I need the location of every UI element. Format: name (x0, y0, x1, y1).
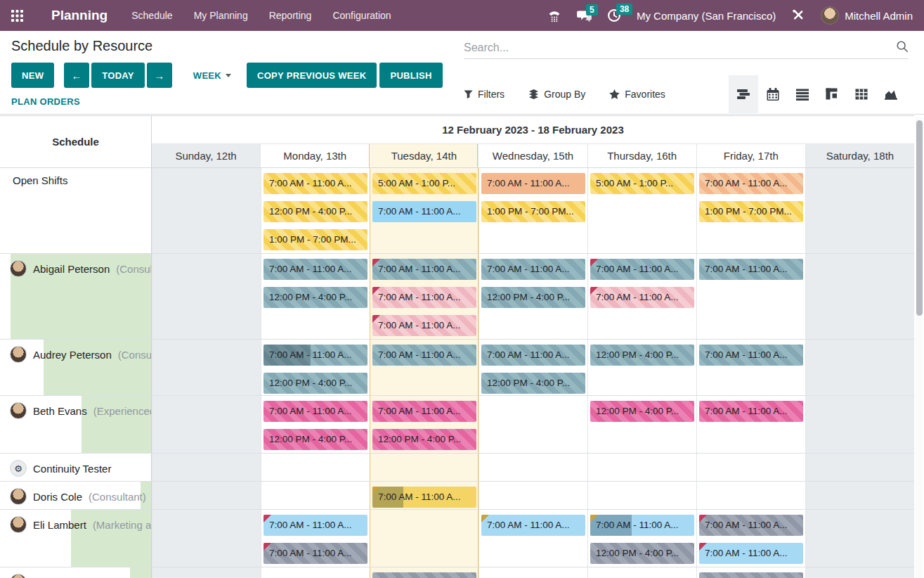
gantt-cell[interactable] (261, 482, 370, 509)
gantt-cell[interactable] (152, 567, 261, 578)
shift-block[interactable]: 7:00 AM - 11:00 A... (372, 259, 476, 280)
favorites-button[interactable]: Favorites (609, 89, 665, 100)
gantt-cell[interactable] (370, 510, 479, 567)
activities-clock-icon[interactable]: 38 (607, 8, 621, 23)
shift-block[interactable]: 7:00 AM - 11:00 A... (590, 287, 694, 308)
gantt-cell[interactable]: 7:00 AM - 11:00 A... (479, 510, 587, 567)
shift-block[interactable]: 1:00 PM - 7:00 PM... (263, 229, 367, 250)
gantt-cell[interactable] (805, 168, 914, 253)
gantt-view-icon[interactable] (729, 75, 758, 113)
gantt-cell[interactable]: 5:00 AM - 1:00 P... (587, 168, 696, 253)
gantt-cell[interactable] (587, 567, 696, 578)
gantt-cell[interactable]: 7:00 AM - 11:00 A... (370, 340, 479, 395)
copy-previous-week-button[interactable]: COPY PREVIOUS WEEK (247, 63, 377, 88)
resource-row-header[interactable]: Ernest Reed(Consultant) (0, 567, 152, 578)
nav-menu-my-planning[interactable]: My Planning (193, 7, 249, 24)
gantt-cell[interactable]: 7:00 AM - 11:00 A...12:00 PM - 4:00 P... (370, 396, 479, 453)
tools-icon[interactable] (791, 8, 805, 23)
gantt-cell[interactable] (587, 482, 696, 509)
gantt-cell[interactable] (805, 482, 914, 509)
nav-menu-schedule[interactable]: Schedule (130, 7, 174, 24)
shift-block[interactable]: 7:00 AM - 11:00 A... (372, 487, 476, 508)
pivot-view-icon[interactable] (847, 75, 876, 113)
resource-row-header[interactable]: ⚙Continuity Tester (0, 454, 152, 481)
gantt-cell[interactable]: 7:00 AM - 11:00 A...1:00 PM - 7:00 PM... (479, 168, 587, 253)
gantt-cell[interactable] (805, 396, 914, 453)
today-button[interactable]: TODAY (91, 63, 145, 88)
shift-block[interactable]: 12:00 PM - 4:00 P... (372, 572, 476, 578)
phone-icon[interactable] (547, 8, 561, 23)
gantt-cell[interactable] (587, 454, 696, 481)
publish-button[interactable]: PUBLISH (379, 63, 442, 88)
shift-block[interactable]: 7:00 AM - 11:00 A... (263, 345, 367, 366)
shift-block[interactable]: 12:00 PM - 4:00 P... (590, 345, 694, 366)
gantt-cell[interactable] (261, 454, 370, 481)
shift-block[interactable]: 12:00 PM - 4:00 P... (481, 287, 585, 308)
shift-block[interactable]: 12:00 PM - 4:00 P... (590, 401, 694, 422)
new-button[interactable]: NEW (11, 63, 54, 88)
gantt-cell[interactable]: 12:00 PM - 4:00 P... (587, 396, 696, 453)
gantt-cell[interactable]: 5:00 AM - 1:00 P...7:00 AM - 11:00 A... (370, 168, 479, 253)
shift-block[interactable]: 7:00 AM - 11:00 A... (699, 259, 803, 280)
gantt-cell[interactable]: 7:00 AM - 11:00 A... (696, 340, 805, 395)
shift-block[interactable]: 7:00 AM - 11:00 A... (699, 515, 803, 536)
gantt-cell[interactable] (152, 168, 261, 253)
gantt-cell[interactable] (805, 254, 914, 339)
gantt-cell[interactable] (479, 454, 587, 481)
resource-row-header[interactable]: Open Shifts (0, 168, 152, 253)
gantt-cell[interactable]: 7:00 AM - 11:00 A...1:00 PM - 7:00 PM... (696, 168, 805, 253)
gantt-cell[interactable]: 7:00 AM - 11:00 A...7:00 AM - 11:00 A... (587, 254, 696, 339)
resource-row-header[interactable]: Beth Evans(Experienced Consultant) (0, 396, 152, 453)
gantt-cell[interactable] (805, 340, 914, 395)
shift-block[interactable]: 5:00 AM - 1:00 P... (590, 173, 694, 194)
shift-block[interactable]: 7:00 AM - 11:00 A... (263, 173, 367, 194)
gantt-cell[interactable]: 12:00 PM - 4:00 P... (370, 567, 479, 578)
shift-block[interactable]: 7:00 AM - 11:00 A... (590, 515, 694, 536)
shift-block[interactable]: 7:00 AM - 11:00 A... (263, 401, 367, 422)
shift-block[interactable]: 1:00 PM - 7:00 PM... (699, 201, 803, 222)
gantt-cell[interactable]: 7:00 AM - 11:00 A...12:00 PM - 4:00 P... (261, 396, 370, 453)
gantt-cell[interactable] (479, 396, 587, 453)
shift-block[interactable]: 7:00 AM - 11:00 A... (372, 345, 476, 366)
gantt-cell[interactable]: 12:00 PM - 4:00 P... (587, 340, 696, 395)
gantt-cell[interactable]: 7:00 AM - 11:00 A... (696, 396, 805, 453)
shift-block[interactable]: 12:00 PM - 4:00 P... (590, 543, 694, 564)
gantt-cell[interactable] (152, 340, 261, 395)
nav-menu-configuration[interactable]: Configuration (331, 7, 392, 24)
vertical-scrollbar[interactable] (916, 117, 923, 578)
shift-block[interactable]: 7:00 AM - 11:00 A... (699, 572, 803, 578)
shift-block[interactable]: 7:00 AM - 11:00 A... (372, 201, 476, 222)
shift-block[interactable]: 12:00 PM - 4:00 P... (263, 373, 367, 394)
gantt-cell[interactable] (805, 510, 914, 567)
shift-block[interactable]: 7:00 AM - 11:00 A... (699, 543, 803, 564)
gantt-cell[interactable]: 7:00 AM - 11:00 A...7:00 AM - 11:00 A...… (370, 254, 479, 339)
company-switcher[interactable]: My Company (San Francisco) (637, 10, 776, 22)
gantt-cell[interactable] (152, 454, 261, 481)
gantt-cell[interactable]: 7:00 AM - 11:00 A...12:00 PM - 4:00 P...… (261, 168, 370, 253)
resource-row-header[interactable]: Eli Lambert(Marketing and Community) (0, 510, 152, 567)
gantt-cell[interactable]: 7:00 AM - 11:00 A...12:00 PM - 4:00 P... (587, 510, 696, 567)
gantt-cell[interactable] (261, 567, 370, 578)
range-selector[interactable]: WEEK (193, 70, 231, 81)
shift-block[interactable]: 1:00 PM - 7:00 PM... (481, 201, 585, 222)
shift-block[interactable]: 7:00 AM - 11:00 A... (699, 173, 803, 194)
gantt-cell[interactable]: 7:00 AM - 11:00 A...7:00 AM - 11:00 A... (261, 510, 370, 567)
nav-menu-reporting[interactable]: Reporting (268, 7, 313, 24)
gantt-cell[interactable] (152, 482, 261, 509)
gantt-cell[interactable] (805, 567, 914, 578)
prev-week-button[interactable]: ← (64, 63, 89, 88)
shift-block[interactable]: 7:00 AM - 11:00 A... (263, 543, 367, 564)
gantt-cell[interactable] (152, 396, 261, 453)
gantt-cell[interactable] (152, 510, 261, 567)
resource-row-header[interactable]: Audrey Peterson(Consultant) (0, 340, 152, 395)
shift-block[interactable]: 7:00 AM - 11:00 A... (481, 173, 585, 194)
shift-block[interactable]: 12:00 PM - 4:00 P... (481, 373, 585, 394)
shift-block[interactable]: 7:00 AM - 11:00 A... (372, 315, 476, 336)
plan-orders-button[interactable]: PLAN ORDERS (11, 96, 80, 107)
gantt-cell[interactable] (479, 567, 587, 578)
search-icon[interactable] (896, 40, 909, 56)
filters-button[interactable]: Filters (464, 89, 505, 100)
shift-block[interactable]: 7:00 AM - 11:00 A... (590, 259, 694, 280)
search-input[interactable]: Search... (464, 37, 909, 59)
shift-block[interactable]: 7:00 AM - 11:00 A... (481, 259, 585, 280)
